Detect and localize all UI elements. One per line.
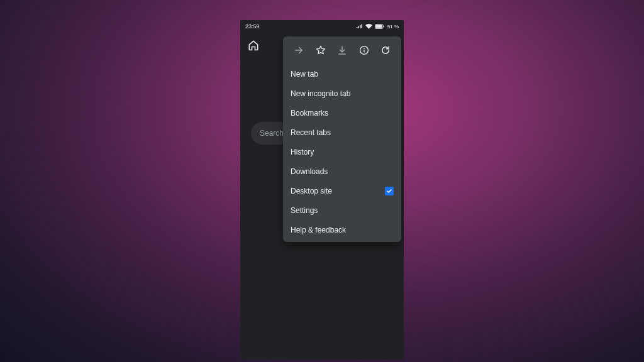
status-right: 91 % (357, 24, 399, 30)
menu-item-label: New tab (291, 70, 318, 79)
menu-item-downloads[interactable]: Downloads (283, 162, 401, 181)
info-icon (358, 45, 370, 56)
menu-item-label: New incognito tab (291, 89, 350, 98)
svg-rect-5 (364, 50, 364, 53)
menu-item-new-incognito-tab[interactable]: New incognito tab (283, 84, 401, 103)
menu-item-label: Help & feedback (291, 226, 346, 234)
menu-item-label: Downloads (291, 167, 328, 176)
menu-item-settings[interactable]: Settings (283, 200, 401, 220)
menu-items: New tab New incognito tab Bookmarks Rece… (283, 64, 401, 242)
menu-item-history[interactable]: History (283, 142, 401, 162)
svg-rect-1 (375, 25, 382, 28)
svg-rect-2 (383, 26, 384, 28)
download-icon (336, 45, 348, 56)
bookmark-button[interactable] (313, 42, 329, 58)
menu-item-label: History (291, 148, 314, 156)
battery-icon (375, 24, 385, 29)
menu-item-new-tab[interactable]: New tab (283, 64, 401, 84)
reload-button[interactable] (377, 42, 394, 58)
status-bar: 23:59 91 % (240, 20, 404, 33)
check-icon (386, 188, 392, 194)
signal-icon (357, 24, 363, 29)
menu-item-label: Settings (291, 206, 318, 215)
menu-item-label: Recent tabs (291, 128, 331, 137)
menu-item-label: Bookmarks (291, 109, 328, 118)
battery-percent: 91 % (387, 24, 399, 30)
refresh-icon (380, 45, 391, 56)
menu-icon-row (283, 36, 401, 64)
info-button[interactable] (356, 42, 372, 58)
arrow-right-icon (293, 45, 304, 56)
menu-item-help-feedback[interactable]: Help & feedback (283, 220, 401, 239)
svg-point-4 (364, 48, 365, 49)
menu-item-label: Desktop site (291, 187, 332, 195)
overflow-menu: New tab New incognito tab Bookmarks Rece… (283, 36, 401, 242)
menu-item-recent-tabs[interactable]: Recent tabs (283, 123, 401, 142)
menu-item-bookmarks[interactable]: Bookmarks (283, 103, 401, 123)
home-icon (247, 39, 260, 52)
home-button[interactable] (244, 36, 263, 55)
phone-frame: 23:59 91 % Search or (240, 20, 404, 359)
forward-button[interactable] (291, 42, 307, 58)
menu-item-desktop-site[interactable]: Desktop site (283, 181, 401, 200)
status-time: 23:59 (245, 23, 260, 30)
wifi-icon (365, 24, 372, 29)
download-button[interactable] (334, 42, 350, 58)
star-icon (315, 45, 326, 56)
desktop-site-checkbox[interactable] (385, 187, 394, 195)
